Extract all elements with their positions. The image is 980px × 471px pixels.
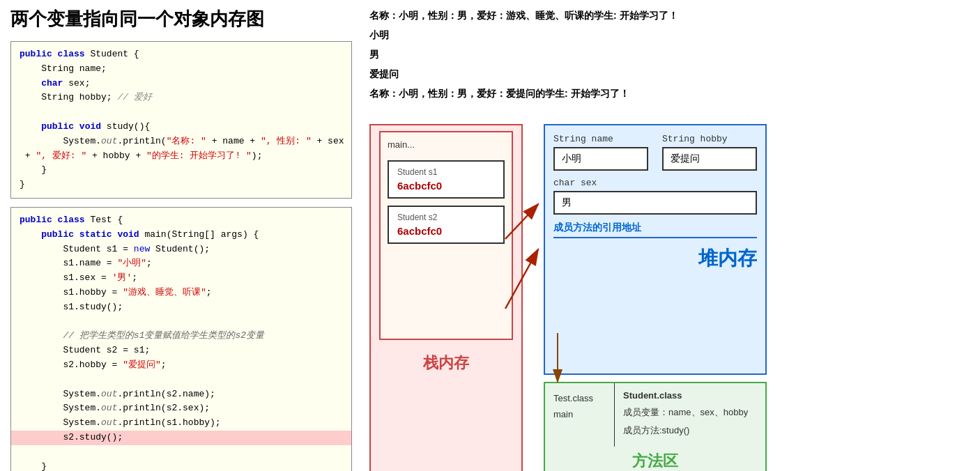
heap-sex-label: char sex — [553, 178, 757, 188]
heap-sex-value: 男 — [553, 191, 757, 215]
stack-inner: main... Student s1 6acbcfc0 Student s2 6… — [379, 131, 513, 340]
left-panel: 两个变量指向同一个对象内存图 public class Student { St… — [0, 0, 362, 471]
output-line1: 名称：小明，性别：男，爱好：游戏、睡觉、听课的学生: 开始学习了！ — [369, 6, 973, 25]
stack-memory-box: main... Student s1 6acbcfc0 Student s2 6… — [369, 124, 523, 471]
method-col-left: Test.class main — [545, 383, 615, 447]
method-area-box: Test.class main Student.class 成员变量：name、… — [544, 382, 767, 471]
stack-s2-value: 6acbcfc0 — [397, 225, 495, 237]
heap-title: 堆内存 — [553, 245, 757, 272]
test-code-box: public class Test { public static void m… — [10, 207, 352, 471]
heap-hobby-value: 爱提问 — [662, 147, 757, 171]
output-area: 名称：小明，性别：男，爱好：游戏、睡觉、听课的学生: 开始学习了！ 小明 男 爱… — [369, 6, 973, 103]
heap-sex-field: char sex 男 — [553, 178, 757, 215]
method-footer: 方法区 — [545, 447, 765, 471]
student-code-box: public class Student { String name; char… — [10, 41, 352, 199]
method-col-right: Student.class 成员变量：name、sex、hobby 成员方法:s… — [615, 383, 765, 447]
method-inner: Test.class main Student.class 成员变量：name、… — [545, 383, 765, 447]
method-member-methods: 成员方法:study() — [623, 422, 757, 440]
heap-row1: String name 小明 String hobby 爱提问 — [553, 134, 757, 171]
page-container: 两个变量指向同一个对象内存图 public class Student { St… — [0, 0, 980, 471]
output-line2: 小明 — [369, 25, 973, 45]
heap-name-field: String name 小明 — [553, 134, 648, 171]
heap-hobby-field: String hobby 爱提问 — [662, 134, 757, 171]
heap-name-label: String name — [553, 134, 648, 144]
stack-s1-value: 6acbcfc0 — [397, 180, 495, 192]
diagram-area: main... Student s1 6acbcfc0 Student s2 6… — [369, 110, 973, 471]
right-section: String name 小明 String hobby 爱提问 char sex… — [530, 110, 767, 471]
method-student-class: Student.class — [623, 390, 757, 401]
heap-memory-box: String name 小明 String hobby 爱提问 char sex… — [544, 124, 767, 375]
method-test-class: Test.class — [553, 390, 606, 406]
heap-method-ref: 成员方法的引用地址 — [553, 222, 757, 234]
middle-panel: 名称：小明，性别：男，爱好：游戏、睡觉、听课的学生: 开始学习了！ 小明 男 爱… — [362, 0, 980, 471]
heap-name-value: 小明 — [553, 147, 648, 171]
heap-hobby-label: String hobby — [662, 134, 757, 144]
stack-footer: 栈内存 — [371, 346, 521, 380]
stack-s2-box: Student s2 6acbcfc0 — [388, 206, 505, 244]
stack-s1-label: Student s1 — [397, 167, 495, 177]
stack-main-label: main... — [388, 139, 505, 150]
heap-row2: char sex 男 — [553, 178, 757, 215]
page-title: 两个变量指向同一个对象内存图 — [10, 7, 352, 31]
output-line3: 男 — [369, 45, 973, 64]
output-line5: 名称：小明，性别：男，爱好：爱提问的学生: 开始学习了！ — [369, 84, 973, 103]
method-member-vars: 成员变量：name、sex、hobby — [623, 403, 757, 422]
stack-s1-box: Student s1 6acbcfc0 — [388, 160, 505, 199]
method-main: main — [553, 406, 606, 422]
stack-s2-label: Student s2 — [397, 213, 495, 222]
output-line4: 爱提问 — [369, 64, 973, 84]
